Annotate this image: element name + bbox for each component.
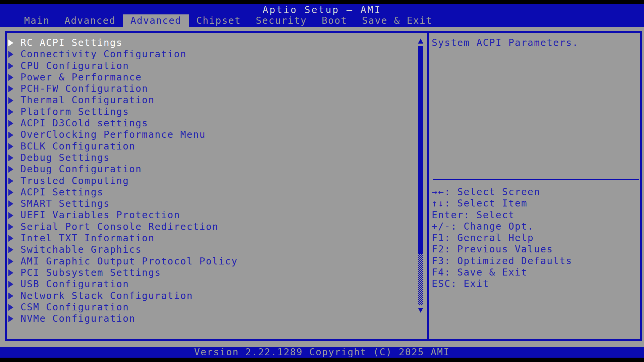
menu-item-serial-port-console-redirection[interactable]: Serial Port Console Redirection <box>7 221 403 233</box>
submenu-arrow-icon <box>8 74 13 81</box>
tab-boot[interactable]: Boot <box>314 14 355 27</box>
submenu-arrow-icon <box>8 51 13 58</box>
submenu-arrow-icon <box>8 166 13 173</box>
item-help-text: System ACPI Parameters. <box>432 37 579 49</box>
submenu-arrow-icon <box>8 120 13 127</box>
tab-save-exit[interactable]: Save & Exit <box>355 14 440 27</box>
submenu-arrow-icon <box>8 315 13 322</box>
bios-setup-screen: Aptio Setup – AMI MainAdvancedAdvancedCh… <box>0 0 644 362</box>
submenu-arrow-icon <box>8 85 13 92</box>
menu-item-label: PCI Subsystem Settings <box>20 267 161 279</box>
shortcut-line: F3: Optimized Defaults <box>432 255 572 267</box>
menu-item-switchable-graphics[interactable]: Switchable Graphics <box>7 244 403 255</box>
menu-item-label: Platform Settings <box>20 106 129 118</box>
menu-item-pci-subsystem-settings[interactable]: PCI Subsystem Settings <box>7 267 403 279</box>
menu-item-label: SMART Settings <box>20 198 110 209</box>
menu-item-label: Network Stack Configuration <box>20 290 193 302</box>
menu-item-csm-configuration[interactable]: CSM Configuration <box>7 302 403 313</box>
shortcut-line: ESC: Exit <box>432 278 572 290</box>
submenu-arrow-icon <box>8 189 13 196</box>
menu-item-label: NVMe Configuration <box>20 313 136 324</box>
shortcut-line: →←: Select Screen <box>432 186 572 198</box>
submenu-arrow-icon <box>8 63 13 69</box>
shortcut-line: ↑↓: Select Item <box>432 198 572 209</box>
menu-item-label: BCLK Configuration <box>20 141 136 152</box>
submenu-arrow-icon <box>8 212 13 219</box>
menu-item-acpi-settings[interactable]: ACPI Settings <box>7 187 403 198</box>
menu-item-label: USB Configuration <box>20 279 129 290</box>
menu-item-label: Trusted Computing <box>20 175 129 187</box>
shortcut-line: F2: Previous Values <box>432 244 572 255</box>
menu-item-power-performance[interactable]: Power & Performance <box>7 72 403 83</box>
help-panel-divider <box>433 179 639 180</box>
menu-item-label: Intel TXT Information <box>20 233 155 244</box>
menu-item-label: CSM Configuration <box>20 302 129 313</box>
submenu-arrow-icon <box>8 132 13 138</box>
app-title: Aptio Setup – AMI <box>0 4 644 16</box>
submenu-arrow-icon <box>8 155 13 161</box>
submenu-arrow-icon <box>8 178 13 184</box>
menu-item-debug-configuration[interactable]: Debug Configuration <box>7 164 403 175</box>
submenu-arrow-icon <box>8 143 13 150</box>
submenu-arrow-icon <box>8 246 13 253</box>
menu-item-cpu-configuration[interactable]: CPU Configuration <box>7 60 403 72</box>
scrollbar-thumb[interactable] <box>418 46 423 254</box>
menu-item-thermal-configuration[interactable]: Thermal Configuration <box>7 95 403 106</box>
header-bar: Aptio Setup – AMI MainAdvancedAdvancedCh… <box>0 4 644 27</box>
submenu-arrow-icon <box>8 269 13 276</box>
tab-advanced[interactable]: Advanced <box>57 14 123 27</box>
scroll-up-icon[interactable] <box>418 39 423 44</box>
scroll-down-icon[interactable] <box>418 308 423 313</box>
menu-item-rc-acpi-settings[interactable]: RC ACPI Settings <box>7 37 403 49</box>
menu-item-label: ACPI D3Cold settings <box>20 118 148 129</box>
tab-bar: MainAdvancedAdvancedChipsetSecurityBootS… <box>17 14 440 27</box>
menu-item-ami-graphic-output-protocol-policy[interactable]: AMI Graphic Output Protocol Policy <box>7 256 403 267</box>
menu-item-trusted-computing[interactable]: Trusted Computing <box>7 175 403 187</box>
menu-item-label: Debug Settings <box>20 152 110 164</box>
bottom-black-strip <box>0 358 644 362</box>
menu-item-label: Debug Configuration <box>20 164 142 175</box>
submenu-arrow-icon <box>8 200 13 207</box>
menu-item-connectivity-configuration[interactable]: Connectivity Configuration <box>7 49 403 60</box>
tab-chipset[interactable]: Chipset <box>189 14 248 27</box>
menu-item-label: RC ACPI Settings <box>20 37 123 49</box>
menu-item-label: Connectivity Configuration <box>20 49 187 60</box>
top-black-strip <box>0 0 644 4</box>
menu-item-label: Thermal Configuration <box>20 95 155 106</box>
submenu-arrow-icon <box>8 235 13 242</box>
tab-security[interactable]: Security <box>249 14 314 27</box>
menu-item-label: CPU Configuration <box>20 60 129 72</box>
menu-item-platform-settings[interactable]: Platform Settings <box>7 106 403 118</box>
menu-item-bclk-configuration[interactable]: BCLK Configuration <box>7 141 403 152</box>
submenu-arrow-icon <box>8 258 13 265</box>
menu-item-pch-fw-configuration[interactable]: PCH-FW Configuration <box>7 83 403 95</box>
shortcut-line: Enter: Select <box>432 209 572 221</box>
menu-item-debug-settings[interactable]: Debug Settings <box>7 152 403 164</box>
submenu-arrow-icon <box>8 224 13 230</box>
menu-item-label: ACPI Settings <box>20 187 104 198</box>
tab-main[interactable]: Main <box>17 14 57 27</box>
shortcut-line: +/-: Change Opt. <box>432 221 572 232</box>
submenu-arrow-icon <box>8 281 13 288</box>
menu-item-label: PCH-FW Configuration <box>20 83 148 95</box>
menu-item-intel-txt-information[interactable]: Intel TXT Information <box>7 233 403 244</box>
menu-item-label: Switchable Graphics <box>20 244 142 255</box>
version-bar: Version 2.22.1289 Copyright (C) 2025 AMI <box>0 347 644 358</box>
menu-item-usb-configuration[interactable]: USB Configuration <box>7 279 403 290</box>
menu-item-uefi-variables-protection[interactable]: UEFI Variables Protection <box>7 209 403 221</box>
menu-item-acpi-d3cold-settings[interactable]: ACPI D3Cold settings <box>7 118 403 129</box>
shortcut-line: F1: General Help <box>432 232 572 244</box>
menu-item-network-stack-configuration[interactable]: Network Stack Configuration <box>7 290 403 302</box>
menu-item-label: OverClocking Performance Menu <box>20 129 206 140</box>
shortcut-line: F4: Save & Exit <box>432 267 572 278</box>
menu-item-label: AMI Graphic Output Protocol Policy <box>20 256 238 267</box>
menu-item-nvme-configuration[interactable]: NVMe Configuration <box>7 313 403 324</box>
menu-item-overclocking-performance-menu[interactable]: OverClocking Performance Menu <box>7 129 403 140</box>
menu-item-label: UEFI Variables Protection <box>20 209 180 221</box>
menu-item-label: Power & Performance <box>20 72 142 83</box>
scrollbar-track[interactable] <box>418 254 423 305</box>
shortcut-list: →←: Select Screen↑↓: Select ItemEnter: S… <box>432 186 572 290</box>
tab-advanced-2[interactable]: Advanced <box>123 14 189 27</box>
menu-item-smart-settings[interactable]: SMART Settings <box>7 198 403 209</box>
panel-divider <box>427 31 429 341</box>
